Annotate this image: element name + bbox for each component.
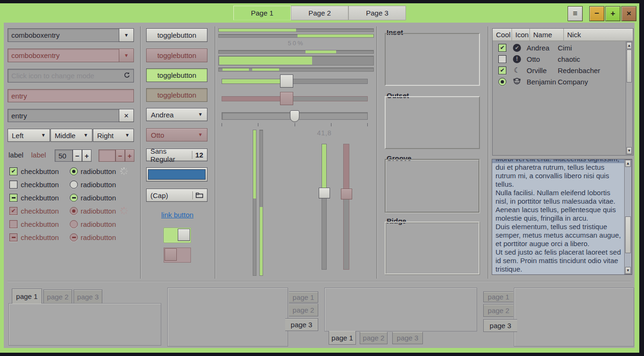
textview-scrollbar[interactable]: ▲ ▼ [624,159,632,274]
spinner-icon [120,167,128,177]
entry[interactable]: entry [8,109,119,122]
notebook4-tab-page3[interactable]: page 3 [483,319,517,332]
notebook2-tab-page3[interactable]: page 3 [285,318,318,331]
text-line: tristique. [492,265,632,273]
chevron-down-icon: ▼ [83,133,88,138]
scroll-down-icon[interactable]: ▼ [627,147,632,154]
checkbox-checked[interactable]: ✔ [9,167,17,175]
paned-separator[interactable] [487,26,489,279]
text-line: dui et pharetra rutrum, tellus lectus [492,163,632,172]
hscale-track[interactable] [222,79,368,84]
scroll-up-icon[interactable]: ▲ [627,42,632,49]
radio-checked[interactable] [70,167,78,175]
link-button[interactable]: link button [161,211,193,219]
combobox[interactable]: Andrea▼ [146,108,207,121]
table-row[interactable]: ✔ ✔ Andrea Cimi [493,42,626,53]
text-line: rutrum mi, a convallis libero nisi quis [492,172,632,180]
text-line: semper, metus metus accumsan augue, [492,231,632,240]
close-button[interactable]: × [621,6,636,21]
entry-clear-button[interactable]: ✕ [119,109,134,122]
comboboxentry-disabled-dropdown-button: ▼ [119,49,134,62]
tree-scrollbar[interactable]: ▲ ▼ [626,41,633,155]
vscale-value-label: 41,8 [309,129,339,137]
hscale-marks-handle[interactable] [290,110,299,122]
progressbar-activity [218,50,374,54]
row-checkbox-checked[interactable]: ✔ [498,66,506,75]
spinbutton-value[interactable]: 50 [55,149,73,162]
font-button[interactable]: Sans Regular 12 [146,149,207,161]
table-row[interactable]: Benjamin Company [493,76,626,87]
notebook4-tab-page1[interactable]: page 1 [483,291,513,302]
radio-mixed-disabled [70,233,78,241]
dropdown-middle[interactable]: Middle▼ [50,129,92,142]
notebook3-tab-page3[interactable]: page 3 [392,332,423,344]
scale-mark [258,123,258,126]
vprogressbar-bottom [259,130,263,276]
tree-header-name[interactable]: Name [530,29,564,41]
checkbox-mixed-disabled [9,233,17,241]
spinbutton-plus-button[interactable]: + [82,149,91,162]
togglebutton[interactable]: togglebutton [146,28,207,42]
tab-page-1[interactable]: Page 1 [233,6,291,20]
notebook2-tab-page2[interactable]: page 2 [289,304,318,316]
checkbox-unchecked[interactable] [9,181,17,189]
notebook1-tab-page2[interactable]: page 2 [43,290,72,303]
spinbutton-disabled-value [99,149,116,162]
header-tabs: Page 1 Page 2 Page 3 [233,6,406,20]
textview[interactable]: Morbi vel elit erat. Maecenas dignissim,… [492,159,632,275]
spinbutton-disabled-minus-button: − [116,149,125,162]
tab-page-2[interactable]: Page 2 [291,6,348,20]
cell-nick: Cimi [558,44,572,52]
color-button[interactable] [146,167,207,182]
text-line: et porttitor augue orci a libero. [492,240,632,248]
scroll-down-icon[interactable]: ▼ [625,267,631,274]
radio-mixed[interactable] [70,194,78,202]
separator [215,26,216,279]
switch-off-disabled [164,248,191,263]
scrollbar-thumb[interactable] [627,50,632,83]
text-line: Aenean lacus tellus, pellentesque quis [492,206,632,214]
hscale-handle[interactable] [280,75,293,88]
row-radio-checked[interactable] [498,78,506,86]
minimize-button[interactable]: − [589,6,604,21]
table-row[interactable]: ! Otto chaotic [493,53,626,65]
switch-on[interactable] [164,228,191,243]
tab-page-3[interactable]: Page 3 [348,6,406,20]
notebook1-tab-page3[interactable]: page 3 [74,290,102,303]
notebook4-tab-page2[interactable]: page 2 [483,304,513,317]
menu-button[interactable]: ≡ [568,6,583,21]
togglebutton-active[interactable]: togglebutton [146,68,207,82]
row-checkbox-checked[interactable]: ✔ [498,44,506,52]
comboboxentry-input[interactable]: comboboxentry [8,28,119,42]
table-row[interactable]: ✔ ☾ Orville Redenbacher [493,65,626,76]
notebook4-page [514,288,634,347]
notebook3-tab-page2[interactable]: page 2 [360,332,388,344]
checkbox-mixed[interactable] [9,194,17,202]
notebook1-tab-page1[interactable]: page 1 [12,289,42,304]
icon-entry[interactable]: Click icon to change mode [8,69,134,83]
vscale-disabled-track [343,144,349,270]
refresh-icon[interactable] [123,72,130,80]
treeview: Cool Icon Name Nick ✔ ✔ Andrea Cimi ! Ot… [492,28,634,156]
tree-header-cool[interactable]: Cool [493,29,512,41]
tree-header-nick[interactable]: Nick [564,29,633,41]
label-disabled: label [31,151,46,159]
chevron-down-icon: ▼ [198,132,203,137]
scrollbar-thumb[interactable] [625,216,631,253]
file-chooser-button[interactable]: (Cap) [146,189,207,202]
tree-header-icon[interactable]: Icon [512,29,530,41]
radio-unchecked[interactable] [70,181,78,189]
notebook3-page [324,288,477,331]
spinbutton-minus-button[interactable]: − [73,149,82,162]
maximize-button[interactable]: + [605,6,620,21]
dropdown-left[interactable]: Left▼ [8,129,50,142]
comboboxentry-dropdown-button[interactable]: ▼ [119,28,134,42]
notebook3-tab-page1[interactable]: page 1 [329,331,356,345]
dropdown-right[interactable]: Right▼ [93,129,134,142]
vscale-handle[interactable] [319,188,330,199]
check-circle-icon: ✔ [513,44,521,52]
row-checkbox-unchecked[interactable] [498,55,506,63]
notebook2-tab-page1[interactable]: page 1 [289,291,318,303]
scroll-up-icon[interactable]: ▲ [625,160,631,167]
vscale-track[interactable] [322,144,327,270]
